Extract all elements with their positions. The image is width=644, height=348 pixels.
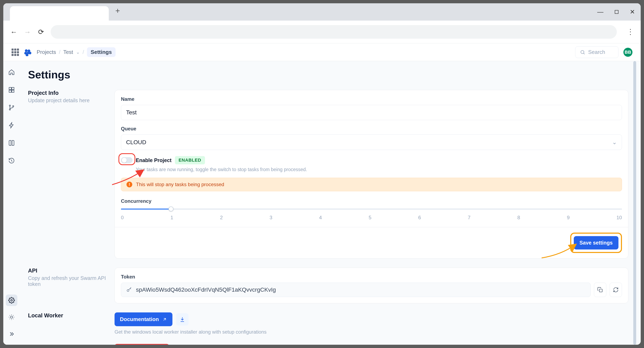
- enable-project-toggle[interactable]: [121, 157, 132, 163]
- search-input[interactable]: Search: [575, 46, 618, 58]
- slider-thumb[interactable]: [168, 206, 174, 211]
- history-icon: [8, 157, 15, 164]
- sidenav-branches[interactable]: [6, 102, 17, 113]
- svg-rect-12: [600, 289, 602, 292]
- svg-point-8: [12, 106, 14, 107]
- section-heading-api: API: [28, 268, 106, 274]
- svg-rect-0: [615, 10, 618, 13]
- svg-point-9: [11, 300, 12, 301]
- breadcrumb-projects[interactable]: Projects: [37, 49, 56, 55]
- external-link-icon: [162, 317, 167, 322]
- section-sub: Copy and refresh your Swarm API token: [28, 275, 106, 287]
- grid-icon: [8, 87, 15, 93]
- svg-rect-3: [12, 87, 14, 90]
- warning-alert: ! This will stop any tasks being process…: [121, 178, 622, 191]
- sidenav-dashboard[interactable]: [6, 84, 17, 96]
- nav-forward-button: →: [24, 28, 31, 36]
- window-minimize[interactable]: —: [597, 8, 604, 15]
- avatar[interactable]: BB: [624, 48, 632, 57]
- window-close[interactable]: ✕: [630, 8, 635, 15]
- section-heading-delete: Delete Project: [28, 344, 106, 345]
- svg-point-10: [10, 316, 13, 318]
- copy-icon: [597, 287, 603, 293]
- annotation-save-highlight: Save settings: [570, 233, 622, 253]
- git-branch-icon: [8, 104, 15, 111]
- svg-point-1: [581, 50, 584, 53]
- scrollbar[interactable]: [633, 61, 636, 345]
- breadcrumb-settings: Settings: [87, 47, 116, 57]
- book-icon: [8, 140, 15, 146]
- section-heading-project-info: Project Info: [28, 90, 106, 96]
- app-logo[interactable]: [24, 48, 32, 56]
- page-title: Settings: [28, 68, 628, 81]
- sidenav-activity[interactable]: [6, 120, 17, 131]
- refresh-token-button[interactable]: [610, 283, 622, 297]
- name-input[interactable]: [121, 105, 622, 120]
- apps-grid-icon[interactable]: [12, 48, 19, 56]
- sidenav-settings[interactable]: [6, 295, 17, 306]
- download-button[interactable]: [176, 313, 188, 326]
- copy-token-button[interactable]: [594, 283, 606, 297]
- refresh-icon: [613, 287, 619, 293]
- enable-project-label: Enable Project: [136, 157, 172, 163]
- slider-ticks: 012345678910: [121, 215, 622, 220]
- new-tab-button[interactable]: +: [115, 6, 120, 20]
- svg-point-6: [9, 105, 10, 106]
- svg-rect-2: [9, 87, 11, 90]
- key-icon: [126, 287, 132, 293]
- enable-hint: Your tasks are now running, toggle the s…: [136, 167, 622, 172]
- sun-icon: [8, 314, 15, 321]
- save-settings-button[interactable]: Save settings: [574, 236, 618, 249]
- queue-label: Queue: [121, 126, 622, 132]
- delete-project-button[interactable]: Delete Project: [114, 344, 169, 345]
- section-sub: Update project details here: [28, 98, 106, 103]
- concurrency-slider[interactable]: [121, 208, 622, 211]
- bolt-icon: [8, 122, 15, 129]
- name-label: Name: [121, 96, 622, 102]
- gear-icon: [8, 297, 15, 304]
- search-icon: [580, 50, 585, 55]
- nav-back-button[interactable]: ←: [10, 28, 18, 36]
- nav-reload-button[interactable]: ⟳: [37, 28, 45, 36]
- svg-rect-5: [12, 90, 14, 92]
- breadcrumb: Projects / Test ⌄ / Settings: [37, 47, 116, 57]
- warning-icon: !: [126, 181, 132, 187]
- download-icon: [180, 317, 185, 322]
- queue-select[interactable]: CLOUD ⌄: [121, 135, 622, 150]
- token-field[interactable]: spAWio5WsdQ462ooXcFdrIVqN5QlF1aKQvvcrgCK…: [121, 283, 591, 297]
- section-heading-localworker: Local Worker: [28, 312, 106, 319]
- documentation-button[interactable]: Documentation: [114, 312, 172, 326]
- chevron-down-icon[interactable]: ⌄: [76, 50, 80, 55]
- token-label: Token: [121, 274, 622, 280]
- status-badge-enabled: ENABLED: [175, 156, 205, 164]
- sidenav-docs[interactable]: [6, 137, 17, 149]
- browser-tab[interactable]: [10, 6, 109, 20]
- sidenav-history[interactable]: [6, 155, 17, 167]
- svg-rect-4: [9, 90, 11, 92]
- browser-menu-button[interactable]: ⋮: [627, 27, 634, 36]
- topbar: Projects / Test ⌄ / Settings Search BB: [3, 43, 641, 61]
- sidenav-theme[interactable]: [6, 311, 17, 323]
- window-maximize[interactable]: [614, 9, 619, 14]
- concurrency-label: Concurrency: [121, 198, 622, 204]
- chevron-down-icon: ⌄: [612, 139, 617, 146]
- sidenav-home[interactable]: [6, 66, 17, 78]
- sidenav-collapse[interactable]: [6, 328, 17, 340]
- svg-point-7: [9, 109, 10, 110]
- address-bar[interactable]: [51, 25, 617, 39]
- home-icon: [8, 69, 15, 75]
- breadcrumb-project[interactable]: Test: [63, 49, 73, 55]
- sidenav: [3, 61, 20, 345]
- localworker-hint: Get the windows local worker installer a…: [114, 329, 628, 335]
- chevrons-right-icon: [8, 331, 15, 337]
